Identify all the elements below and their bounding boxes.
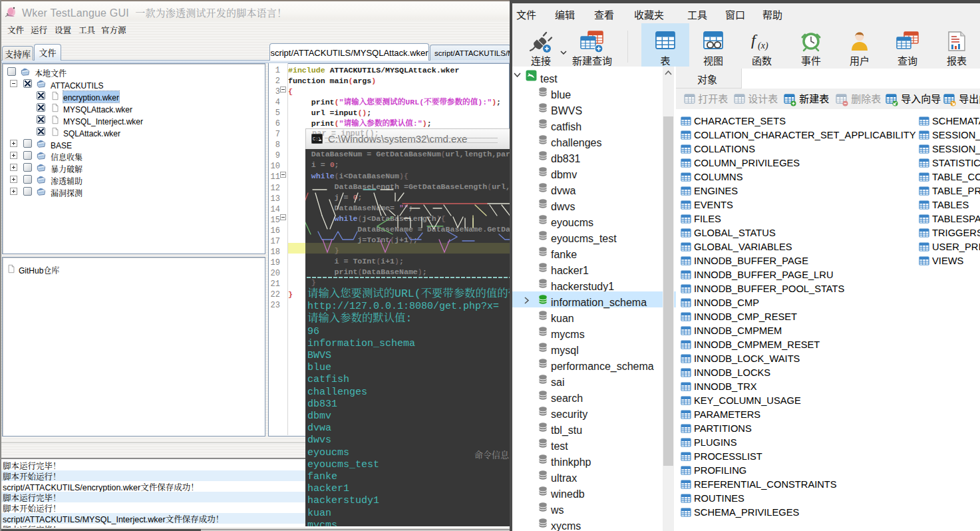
svg-text:(x): (x) — [758, 41, 768, 51]
svg-text:f: f — [751, 31, 758, 49]
